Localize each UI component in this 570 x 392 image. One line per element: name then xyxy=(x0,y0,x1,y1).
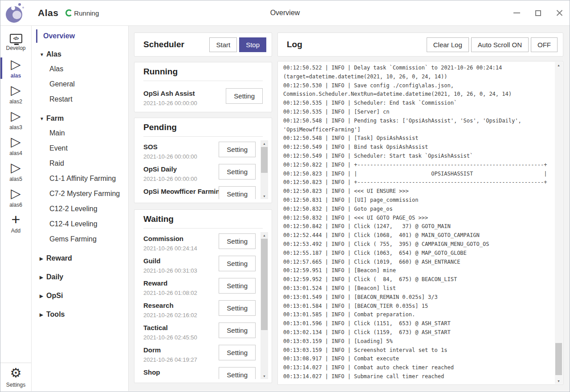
task-setting-button[interactable]: Setting xyxy=(219,323,256,338)
clear-log-button[interactable]: Clear Log xyxy=(427,37,469,52)
pending-scrollbar[interactable] xyxy=(261,140,268,199)
task-setting-button[interactable]: Setting xyxy=(219,300,256,316)
log-line: 00:13:14.027 | INFO | Combat auto check … xyxy=(283,363,550,372)
nav-item[interactable]: ▼ Alas xyxy=(32,47,128,61)
log-line: 00:12:53.492 | INFO | Click ( 755, 395) … xyxy=(283,240,550,249)
task-name: Shop xyxy=(143,368,224,377)
log-line: 00:12:50.535 | INFO | [Server] cn xyxy=(283,108,550,117)
rail-item[interactable]: alas2 xyxy=(0,81,31,107)
nav-item[interactable]: Restart xyxy=(32,92,128,107)
nav-item[interactable]: Raid xyxy=(32,156,128,171)
log-line: 00:12:50.823 | INFO | | OPSIASHASSIST | xyxy=(283,170,550,179)
scrollbar-thumb[interactable] xyxy=(555,343,562,375)
nav-arrow-icon: ▼ xyxy=(40,52,46,57)
task-setting-button[interactable]: Setting xyxy=(219,164,256,180)
scroll-up-icon[interactable] xyxy=(261,140,268,147)
rail-item-icon xyxy=(11,109,20,122)
rail-item[interactable]: alas5 xyxy=(0,159,31,184)
pending-title: Pending xyxy=(143,122,263,137)
log-line: 00:12:50.530 | INFO | Save config ./conf… xyxy=(283,82,550,90)
nav-item[interactable]: Alas xyxy=(32,61,128,77)
nav-item[interactable]: Event xyxy=(32,141,128,156)
main-layout: Develop alas alas2 alas3 xyxy=(0,26,570,391)
nav-item[interactable]: C12-4 Leveling xyxy=(32,216,128,232)
log-output[interactable]: 00:12:50.522 | INFO | Delay task `Commis… xyxy=(277,61,563,385)
log-line: 00:12:50.548 | INFO | [Task] OpsiAshAssi… xyxy=(283,134,550,143)
stop-button[interactable]: Stop xyxy=(239,37,266,52)
nav-item-label: Overview xyxy=(43,32,75,40)
instance-rail: Develop alas alas2 alas3 xyxy=(0,26,32,391)
nav-item[interactable]: C1-1 Affinity Farming xyxy=(32,171,128,186)
rail-item[interactable]: alas6 xyxy=(0,184,31,210)
nav-item[interactable]: ▶ OpSi xyxy=(32,289,128,303)
scroll-up-icon[interactable] xyxy=(261,232,268,238)
log-panel-header: Log Clear Log Auto Scroll ON OFF xyxy=(277,33,563,57)
task-setting-button[interactable]: Setting xyxy=(226,88,263,104)
task-name: SOS xyxy=(143,143,224,151)
nav-item[interactable]: ▶ Tools xyxy=(32,307,128,322)
rail-item-icon xyxy=(11,57,20,71)
task-name: Commission xyxy=(143,234,224,243)
scroll-down-icon[interactable] xyxy=(555,378,562,384)
task-setting-button[interactable]: Setting xyxy=(219,233,256,249)
task-row: Guild 2021-10-26 00:31:03 Setting xyxy=(143,253,272,276)
task-setting-button[interactable]: Setting xyxy=(219,345,256,360)
log-line: 00:12:52.444 | INFO | Click (1068, 401) … xyxy=(283,231,550,240)
nav-item-label: Event xyxy=(49,144,68,152)
scroll-up-icon[interactable] xyxy=(555,62,562,68)
log-line: 00:12:50.549 | INFO | Scheduler: Start t… xyxy=(283,152,550,161)
window-controls xyxy=(513,0,563,25)
log-line: 00:12:50.548 | INFO | Pending tasks: ['O… xyxy=(283,117,550,126)
nav-item[interactable]: Overview xyxy=(36,29,128,43)
rail-item-label: alas xyxy=(11,73,21,79)
nav-item-label: Tools xyxy=(46,310,65,318)
waiting-scrollbar[interactable] xyxy=(261,232,268,379)
task-setting-button[interactable]: Setting xyxy=(219,278,256,294)
start-button[interactable]: Start xyxy=(209,37,237,52)
task-setting-button[interactable]: Setting xyxy=(219,186,256,199)
nav-item[interactable]: ▶ Reward xyxy=(32,251,128,265)
task-setting-button[interactable]: Setting xyxy=(219,367,256,379)
rail-item[interactable]: Develop xyxy=(0,29,31,55)
task-setting-button[interactable]: Setting xyxy=(219,256,256,271)
titlebar: Alas Running Overview xyxy=(0,0,570,26)
nav-item[interactable]: General xyxy=(32,77,128,92)
rail-item[interactable]: alas xyxy=(0,55,31,81)
auto-scroll-on-button[interactable]: Auto Scroll ON xyxy=(471,37,529,52)
nav-item[interactable]: ▼ Farm xyxy=(32,111,128,126)
scroll-down-icon[interactable] xyxy=(261,193,268,199)
scrollbar-thumb[interactable] xyxy=(261,239,268,330)
nav-item-label: C12-2 Leveling xyxy=(49,205,98,213)
scroll-down-icon[interactable] xyxy=(261,373,268,379)
nav-item[interactable]: ▶ Daily xyxy=(32,270,128,284)
task-row: Research 2021-10-26 02:16:02 Setting xyxy=(143,298,272,320)
nav-item[interactable]: C12-2 Leveling xyxy=(32,201,128,216)
rail-item[interactable]: alas3 xyxy=(0,107,31,133)
app-title: Alas xyxy=(38,8,58,18)
rail-item-label: alas5 xyxy=(9,176,22,182)
rail-spacer xyxy=(0,236,31,363)
gear-icon xyxy=(10,367,22,380)
log-line: 00:12:50.522 | INFO | Delay task `Commis… xyxy=(283,64,550,73)
settings-button[interactable]: Settings xyxy=(0,363,31,391)
scrollbar-thumb[interactable] xyxy=(261,147,268,173)
waiting-title: Waiting xyxy=(143,214,263,229)
minimize-button[interactable] xyxy=(513,9,521,17)
maximize-button[interactable] xyxy=(534,9,542,17)
rail-item[interactable]: alas4 xyxy=(0,133,31,159)
rail-item[interactable]: Add xyxy=(0,210,31,236)
log-scrollbar[interactable] xyxy=(555,62,562,384)
close-button[interactable] xyxy=(555,9,563,17)
nav-item[interactable]: C7-2 Mystery Farming xyxy=(32,186,128,201)
nav-item-label: OpSi xyxy=(46,292,63,300)
auto-scroll-off-button[interactable]: OFF xyxy=(531,37,558,52)
log-line: 'OpsiMeowfficerFarming'] xyxy=(283,126,550,135)
log-line: 00:12:50.823 | INFO | +-----------------… xyxy=(283,178,550,187)
nav-item[interactable]: Gems Farming xyxy=(32,232,128,247)
scheduler-column: Scheduler Start Stop Running OpSi Ash As… xyxy=(134,33,272,385)
task-row: Reward 2021-10-26 01:08:02 Setting xyxy=(143,276,272,298)
nav-item[interactable]: Main xyxy=(32,126,128,141)
task-setting-button[interactable]: Setting xyxy=(219,142,256,157)
app-window: Alas Running Overview Develop xyxy=(0,0,570,392)
nav-list: Overview ▼ Alas Alas General xyxy=(32,29,128,322)
